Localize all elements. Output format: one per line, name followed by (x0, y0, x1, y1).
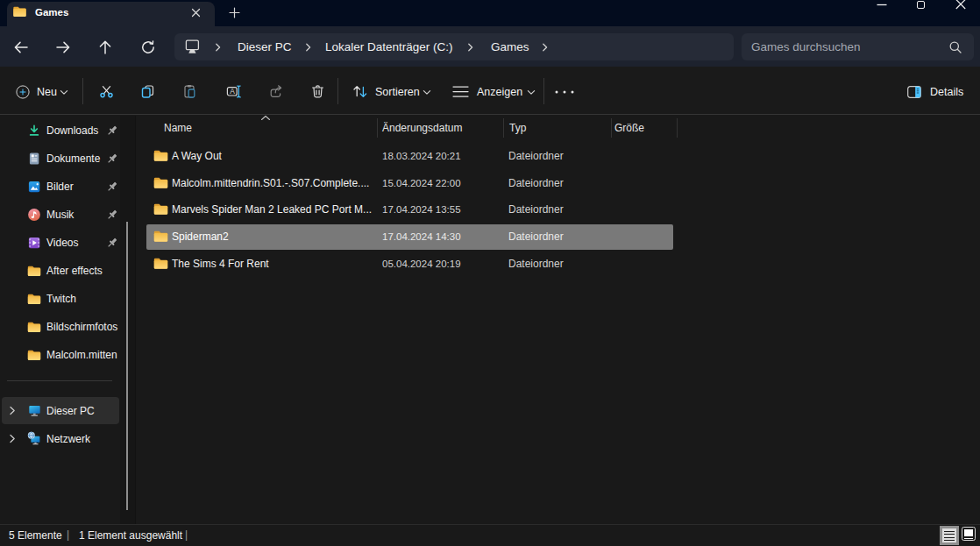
svg-text:A: A (230, 87, 235, 96)
